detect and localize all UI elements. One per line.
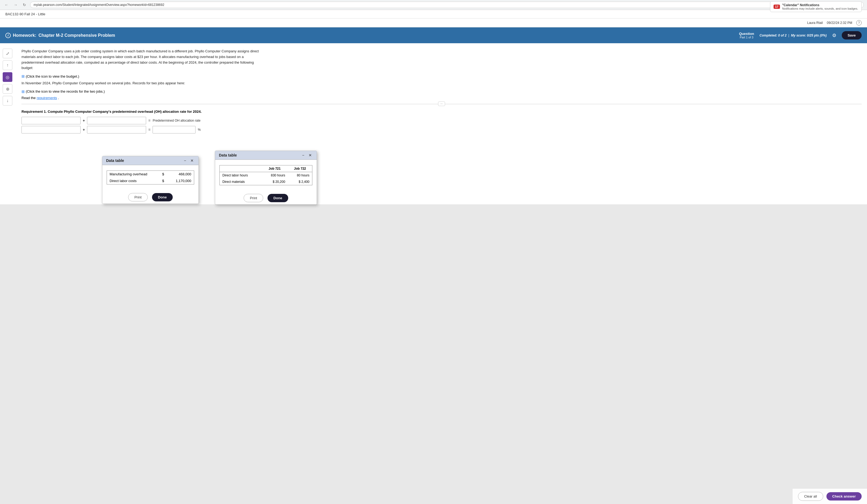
help-icon[interactable]: ? [856, 20, 861, 25]
modal-left-print-button[interactable]: Print [128, 193, 148, 201]
mfg-overhead-value: 468,000 [168, 171, 194, 178]
modal-right-footer: Print Done [215, 190, 317, 204]
modal-right-minimize-button[interactable]: − [301, 153, 306, 157]
main-content: ⤢ ↑ ◎ ⊕ ↓ Phyllo Computer Company uses a… [0, 43, 867, 204]
target-tool-button[interactable]: ◎ [3, 72, 12, 82]
data-table-right-modal: Data table − ✕ Job 721 Job 722 Direct la… [215, 151, 317, 205]
budget-table: Manufacturing overhead $ 468,000 Direct … [107, 171, 194, 184]
formula-input-1b[interactable] [87, 117, 146, 124]
modal-right-print-button[interactable]: Print [244, 194, 263, 202]
requirement-title: Requirement 1. Compute Phyllo Computer C… [21, 109, 861, 114]
records-link-area: ⊞ (Click the icon to view the records fo… [21, 89, 861, 94]
records-grid-icon: ⊞ [21, 89, 25, 94]
gear-icon[interactable]: ⚙ [832, 32, 836, 39]
crosshair-tool-button[interactable]: ⊕ [3, 84, 12, 94]
formula-row-1: + = Predetermined OH allocation rate [21, 117, 861, 124]
notification-title: "Calendar" Notifications [782, 3, 858, 7]
requirements-link[interactable]: requirements [36, 96, 57, 100]
arrow-down-tool-button[interactable]: ↓ [3, 96, 12, 106]
browser-bar: ← → ↻ mylab.pearson.com/Student/Integrat… [0, 0, 867, 10]
sidebar-tools: ⤢ ↑ ◎ ⊕ ↓ [3, 49, 12, 106]
budget-grid-icon: ⊞ [21, 74, 25, 78]
requirements-area: Read the requirements . [21, 96, 861, 100]
records-link-text: (Click the icon to view the records for … [26, 89, 105, 94]
col-job722: Job 722 [288, 165, 312, 172]
modal-right-header: Data table − ✕ [215, 151, 317, 160]
modal-left-title: Data table [106, 158, 124, 163]
calendar-date-badge: 17 [773, 4, 780, 9]
modal-right-done-button[interactable]: Done [268, 194, 288, 202]
problem-text: Phyllo Computer Company uses a job order… [21, 49, 263, 71]
formula-input-2b[interactable] [87, 126, 146, 133]
mfg-overhead-label: Manufacturing overhead [107, 171, 160, 178]
data-table-left-modal: Data table − ✕ Manufacturing overhead $ … [102, 156, 199, 204]
read-end: . [58, 96, 59, 100]
direct-labor-costs-currency: $ [160, 178, 168, 184]
score-info: Completed: 0 of 2 | My score: 0/25 pts (… [760, 34, 827, 37]
direct-materials-job721: $ 20,200 [261, 179, 288, 185]
modal-left-close-button[interactable]: ✕ [189, 158, 195, 163]
formula-input-2a[interactable] [21, 126, 81, 133]
equals-op-1: = [148, 118, 150, 123]
homework-title-area: i Homework: Chapter M-2 Comprehensive Pr… [6, 33, 734, 38]
requirement-section: Requirement 1. Compute Phyllo Computer C… [21, 109, 861, 133]
table-row: Direct labor costs $ 1,170,000 [107, 178, 194, 184]
modal-left-body: Manufacturing overhead $ 468,000 Direct … [102, 165, 199, 189]
modal-left-done-button[interactable]: Done [152, 193, 173, 201]
date-time: 09/22/24 2:32 PM [827, 21, 852, 25]
table-row: Direct materials $ 20,200 $ 2,400 [220, 179, 312, 185]
forward-button[interactable]: → [12, 2, 19, 8]
budget-link[interactable]: ⊞ (Click the icon to view the budget.) [21, 74, 79, 78]
expand-tool-button[interactable]: ⤢ [3, 49, 12, 58]
course-title: BAC132-90 Fall 24 - Little [6, 12, 45, 16]
direct-labor-hours-job721: 830 hours [261, 172, 288, 179]
equals-op-2: = [148, 128, 150, 132]
budget-link-area: ⊞ (Click the icon to view the budget.) [21, 74, 861, 78]
formula-label-1: Predetermined OH allocation rate [152, 119, 200, 122]
direct-labor-costs-value: 1,170,000 [168, 178, 194, 184]
refresh-button[interactable]: ↻ [21, 2, 28, 8]
req-number: Requirement 1. [21, 109, 47, 114]
formula-input-1a[interactable] [21, 117, 81, 124]
modal-right-body: Job 721 Job 722 Direct labor hours 830 h… [215, 160, 317, 190]
budget-link-text: (Click the icon to view the budget.) [26, 74, 79, 78]
user-name: Laura Rtail [807, 21, 823, 25]
score-label: My score: 0/25 pts (0%) [791, 34, 827, 37]
modal-left-footer: Print Done [102, 189, 199, 204]
table-header-row: Job 721 Job 722 [220, 165, 312, 172]
divider-dots: ··· [438, 101, 445, 106]
question-label: Question [739, 32, 754, 36]
completed-label: Completed: 0 of 2 [760, 34, 787, 37]
check-answer-button[interactable]: Check answer [826, 492, 861, 501]
req-description: Compute Phyllo Computer Company's predet… [48, 109, 202, 114]
homework-header: i Homework: Chapter M-2 Comprehensive Pr… [0, 28, 867, 43]
november-description: In November 2024, Phyllo Computer Compan… [21, 81, 185, 85]
direct-labor-costs-label: Direct labor costs [107, 178, 160, 184]
top-bar: Laura Rtail 09/22/24 2:32 PM ? [0, 19, 867, 28]
november-text: In November 2024, Phyllo Computer Compan… [21, 81, 263, 86]
save-button[interactable]: Save [842, 31, 861, 40]
back-button[interactable]: ← [3, 2, 10, 8]
modal-left-minimize-button[interactable]: − [183, 158, 187, 163]
direct-materials-job722: $ 2,400 [288, 179, 312, 185]
course-header: BAC132-90 Fall 24 - Little [0, 10, 867, 19]
modal-left-controls: − ✕ [183, 158, 195, 163]
table-row: Direct labor hours 830 hours 80 hours [220, 172, 312, 179]
info-icon[interactable]: i [6, 33, 11, 38]
read-text: Read the [21, 96, 36, 100]
arrow-up-tool-button[interactable]: ↑ [3, 61, 12, 70]
plus-op-1: + [83, 118, 85, 123]
homework-label: Homework: [13, 33, 36, 38]
plus-op-2: + [83, 128, 85, 132]
formula-result-input[interactable] [152, 126, 195, 133]
calendar-notification: 17 "Calendar" Notifications Notification… [770, 1, 861, 12]
url-bar[interactable]: mylab.pearson.com/Student/IntegratedAssi… [30, 2, 864, 8]
modal-right-close-button[interactable]: ✕ [308, 153, 313, 157]
question-part: Part 1 of 3 [739, 36, 754, 39]
modal-right-title: Data table [219, 153, 237, 157]
bottom-bar: Clear all Check answer [793, 489, 867, 504]
clear-all-button[interactable]: Clear all [798, 492, 823, 501]
records-link[interactable]: ⊞ (Click the icon to view the records fo… [21, 89, 105, 94]
percent-label: % [198, 128, 201, 131]
jobs-table: Job 721 Job 722 Direct labor hours 830 h… [220, 165, 312, 185]
